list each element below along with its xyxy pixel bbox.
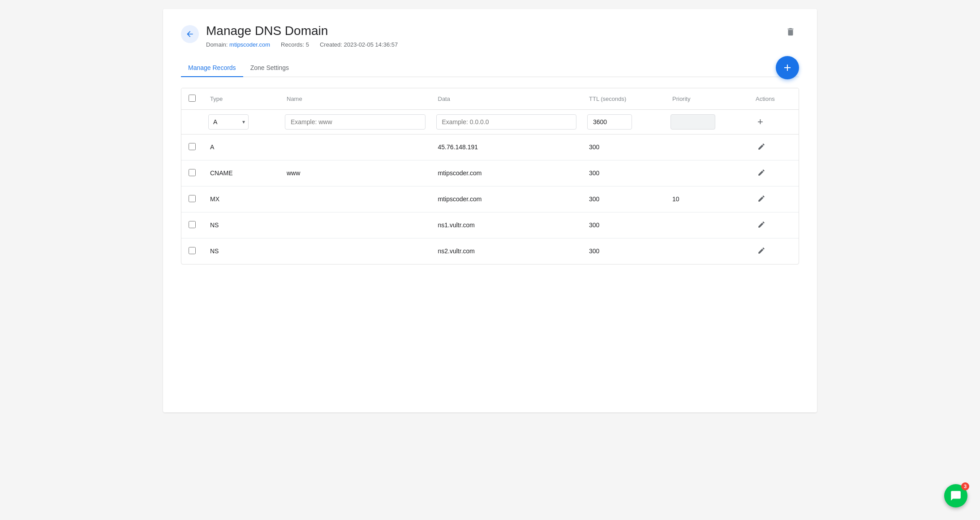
row-5-name — [279, 238, 431, 264]
row-4-edit-button[interactable] — [756, 219, 767, 232]
header: Manage DNS Domain Domain: mtipscoder.com… — [181, 23, 799, 48]
row-4-actions — [748, 212, 799, 238]
chat-fab-button[interactable]: 3 — [944, 484, 967, 507]
row-3-actions — [748, 186, 799, 212]
records-count: Records: 5 — [281, 41, 309, 48]
input-row: A AAAA CNAME MX NS TXT SRV CAA ▾ — [181, 109, 799, 134]
col-checkbox — [181, 88, 203, 110]
col-name: Name — [279, 88, 431, 110]
ttl-input[interactable]: 3600 — [587, 114, 632, 130]
col-ttl: TTL (seconds) — [582, 88, 665, 110]
col-type: Type — [203, 88, 279, 110]
priority-input[interactable] — [671, 114, 715, 130]
add-row-button[interactable]: + — [754, 116, 767, 128]
row-1-priority — [665, 134, 748, 160]
input-row-add-cell: + — [748, 109, 799, 134]
row-2-type: CNAME — [203, 160, 279, 186]
row-1-edit-button[interactable] — [756, 141, 767, 154]
type-select[interactable]: A AAAA CNAME MX NS TXT SRV CAA — [208, 114, 249, 130]
row-2-checkbox[interactable] — [189, 169, 196, 176]
table-row: A 45.76.148.191 300 — [181, 134, 799, 160]
table-row: MX mtipscoder.com 300 10 — [181, 186, 799, 212]
input-row-ttl-cell: 3600 — [582, 109, 665, 134]
header-text: Manage DNS Domain Domain: mtipscoder.com… — [206, 23, 398, 48]
row-3-checkbox-cell — [181, 186, 203, 212]
input-row-type-cell: A AAAA CNAME MX NS TXT SRV CAA ▾ — [203, 109, 279, 134]
row-4-checkbox-cell — [181, 212, 203, 238]
type-select-wrapper: A AAAA CNAME MX NS TXT SRV CAA ▾ — [208, 114, 249, 130]
row-4-priority — [665, 212, 748, 238]
row-1-data: 45.76.148.191 — [431, 134, 582, 160]
col-data: Data — [431, 88, 582, 110]
row-3-priority: 10 — [665, 186, 748, 212]
row-2-actions — [748, 160, 799, 186]
tab-zone-settings[interactable]: Zone Settings — [243, 59, 296, 77]
row-3-type: MX — [203, 186, 279, 212]
table-row: CNAME www mtipscoder.com 300 — [181, 160, 799, 186]
input-row-checkbox-cell — [181, 109, 203, 134]
row-4-data: ns1.vultr.com — [431, 212, 582, 238]
domain-label: Domain: mtipscoder.com — [206, 41, 270, 48]
row-2-data: mtipscoder.com — [431, 160, 582, 186]
records-table-container: Type Name Data TTL (seconds) Priority Ac… — [181, 88, 799, 264]
row-5-checkbox-cell — [181, 238, 203, 264]
row-5-type: NS — [203, 238, 279, 264]
row-1-ttl: 300 — [582, 134, 665, 160]
row-1-name — [279, 134, 431, 160]
row-1-checkbox-cell — [181, 134, 203, 160]
row-5-actions — [748, 238, 799, 264]
row-2-ttl: 300 — [582, 160, 665, 186]
row-3-checkbox[interactable] — [189, 195, 196, 202]
row-5-priority — [665, 238, 748, 264]
tab-manage-records[interactable]: Manage Records — [181, 59, 243, 77]
row-3-name — [279, 186, 431, 212]
row-5-ttl: 300 — [582, 238, 665, 264]
row-4-name — [279, 212, 431, 238]
col-actions: Actions — [748, 88, 799, 110]
row-5-checkbox[interactable] — [189, 247, 196, 254]
row-5-data: ns2.vultr.com — [431, 238, 582, 264]
col-priority: Priority — [665, 88, 748, 110]
records-table: Type Name Data TTL (seconds) Priority Ac… — [181, 88, 799, 264]
created-date: Created: 2023-02-05 14:36:57 — [320, 41, 398, 48]
table-row: NS ns1.vultr.com 300 — [181, 212, 799, 238]
select-all-checkbox[interactable] — [189, 95, 196, 102]
row-2-name: www — [279, 160, 431, 186]
row-3-edit-button[interactable] — [756, 193, 767, 206]
name-input[interactable] — [285, 114, 426, 130]
data-input[interactable] — [436, 114, 577, 130]
row-5-edit-button[interactable] — [756, 245, 767, 258]
header-meta: Domain: mtipscoder.com Records: 5 Create… — [206, 41, 398, 48]
tabs-container: Manage Records Zone Settings — [181, 59, 799, 77]
row-3-data: mtipscoder.com — [431, 186, 582, 212]
row-2-edit-button[interactable] — [756, 167, 767, 180]
row-4-checkbox[interactable] — [189, 221, 196, 228]
table-header-row: Type Name Data TTL (seconds) Priority Ac… — [181, 88, 799, 110]
input-row-name-cell — [279, 109, 431, 134]
row-1-checkbox[interactable] — [189, 143, 196, 150]
input-row-priority-cell — [665, 109, 748, 134]
row-1-actions — [748, 134, 799, 160]
back-button[interactable] — [181, 25, 199, 43]
row-1-type: A — [203, 134, 279, 160]
row-2-checkbox-cell — [181, 160, 203, 186]
row-4-ttl: 300 — [582, 212, 665, 238]
table-row: NS ns2.vultr.com 300 — [181, 238, 799, 264]
page-container: Manage DNS Domain Domain: mtipscoder.com… — [163, 9, 817, 412]
chat-badge: 3 — [961, 482, 969, 490]
page-title: Manage DNS Domain — [206, 23, 398, 39]
row-4-type: NS — [203, 212, 279, 238]
row-2-priority — [665, 160, 748, 186]
input-row-data-cell — [431, 109, 582, 134]
row-3-ttl: 300 — [582, 186, 665, 212]
add-record-fab[interactable] — [776, 56, 799, 79]
delete-button[interactable] — [782, 23, 799, 42]
